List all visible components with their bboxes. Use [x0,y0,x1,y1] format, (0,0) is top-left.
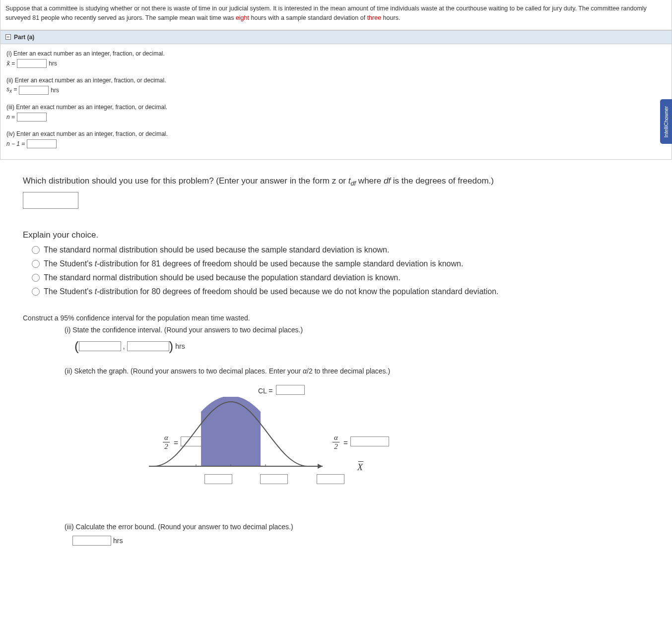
problem-statement: Suppose that a committee is studying whe… [0,0,672,30]
xbar-input[interactable] [17,59,47,68]
distribution-input[interactable] [23,192,78,209]
subq-ii: (ii) Enter an exact number as an integer… [6,77,666,95]
unit-hrs: hrs [49,60,57,67]
part-a-header[interactable]: − Part (a) [0,30,672,44]
close-paren: ) [169,339,174,354]
radio-icon[interactable] [32,260,40,268]
question-block: Suppose that a committee is studying whe… [0,0,672,160]
ci-title: Construct a 95% confidence interval for … [23,314,649,322]
radio-label-1: The standard normal distribution should … [44,246,389,254]
part-a-body: (i) Enter an exact number as an integer,… [0,44,672,159]
radio-icon[interactable] [32,246,40,254]
graph-area: CL = α 2 = α 2 = [114,385,462,514]
radio-option-1[interactable]: The standard normal distribution should … [23,244,649,257]
n-minus-1-input[interactable] [27,139,57,148]
radio-option-2[interactable]: The Student's t-distribution for 81 degr… [23,257,649,271]
radio-group: The standard normal distribution should … [23,244,649,299]
radio-option-3[interactable]: The standard normal distribution should … [23,271,649,285]
unit-hrs-2: hrs [51,87,59,94]
part-a-label: Part (a) [14,34,34,41]
ci-i-label: (i) State the confidence interval. (Roun… [65,326,649,334]
ci-hrs: hrs [175,342,185,350]
ci-lower-input[interactable] [79,341,121,351]
explain-section: Explain your choice. The standard normal… [0,224,672,314]
curve-lower-input[interactable] [204,474,232,484]
eb-hrs: hrs [113,537,123,545]
ci-iii-label: (iii) Calculate the error bound. (Round … [65,523,649,531]
radio-label-2: The Student's t-distribution for 81 degr… [44,259,463,268]
explain-title: Explain your choice. [23,229,649,242]
radio-option-4[interactable]: The Student's t-distribution for 80 degr… [23,285,649,299]
ci-section: Construct a 95% confidence interval for … [0,314,672,560]
svg-marker-4 [318,464,323,469]
curve-upper-input[interactable] [317,474,344,484]
ci-part-ii: (ii) Sketch the graph. (Round your answe… [23,367,649,514]
collapse-icon[interactable]: − [5,34,11,40]
prompt-three: three [367,14,382,21]
radio-icon[interactable] [32,274,40,282]
distribution-section: Which distribution should you use for th… [0,170,672,224]
open-paren: ( [74,339,79,354]
side-feedback-tab[interactable]: IntelliChowner [660,99,672,144]
prompt-text-2: hours with a sample standard deviation o… [249,14,367,21]
ci-upper-input[interactable] [127,341,169,351]
prompt-eight: eight [236,14,249,21]
ci-part-i: (i) State the confidence interval. (Roun… [23,326,649,354]
subq-iv: (iv) Enter an exact number as an integer… [6,130,666,148]
side-tab-label: IntelliChowner [664,102,669,142]
radio-label-3: The standard normal distribution should … [44,273,401,282]
radio-label-4: The Student's t-distribution for 80 degr… [44,287,499,296]
curve-center-input[interactable] [260,474,288,484]
radio-icon[interactable] [32,288,40,296]
distribution-question: Which distribution should you use for th… [23,175,649,188]
error-bound-input[interactable] [72,536,111,546]
cl-input[interactable] [276,385,305,395]
prompt-text-3: hours. [381,14,400,21]
sx-input[interactable] [19,86,49,95]
subq-i: (i) Enter an exact number as an integer,… [6,50,666,68]
normal-curve-icon [149,397,357,486]
ci-part-iii: (iii) Calculate the error bound. (Round … [23,523,649,546]
subq-iii: (iii) Enter an exact number as an intege… [6,104,666,122]
cl-label: CL = [258,387,272,395]
xbar-axis-label: X [357,462,363,473]
n-input[interactable] [17,113,47,122]
ci-ii-label: (ii) Sketch the graph. (Round your answe… [65,367,649,375]
